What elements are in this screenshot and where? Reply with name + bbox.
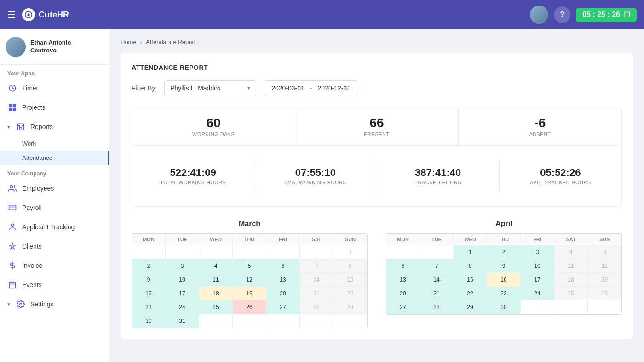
sidebar-item-events[interactable]: Events xyxy=(0,275,109,294)
calendar-cell: 6 xyxy=(386,259,420,273)
calendar-cell: 17 xyxy=(521,273,554,287)
calendar-cell xyxy=(420,245,454,259)
report-title: ATTENDANCE REPORT xyxy=(132,64,622,71)
date-separator: - xyxy=(310,85,312,92)
filter-row: Filter By: Phyllis L. Maddox ▾ 2020-03-0… xyxy=(132,80,622,96)
sidebar-item-payroll[interactable]: Payroll xyxy=(0,198,109,217)
logo-icon xyxy=(22,8,35,21)
sidebar-label-employees: Employees xyxy=(22,185,54,192)
app-header: ☰ CuteHR ? 05 : 25 : 26 ☐ xyxy=(0,0,644,29)
calendar-cell: 3 xyxy=(166,259,199,273)
calendar-day-header: MON xyxy=(386,234,420,245)
calendar-cell: 14 xyxy=(420,273,454,287)
calendar-cell: 20 xyxy=(266,287,300,300)
sidebar-item-invoice[interactable]: Invoice xyxy=(0,256,109,275)
help-button[interactable]: ? xyxy=(554,6,570,23)
sidebar-sub-label-work: Work xyxy=(22,140,36,147)
sidebar-label-projects: Projects xyxy=(22,104,46,111)
calendar-cell: 13 xyxy=(386,273,420,287)
sidebar-user: Ethan Antonio Centrovo xyxy=(0,29,109,65)
calendar-cell: 27 xyxy=(266,300,300,314)
calendar-cell: 5 xyxy=(233,259,266,273)
calendar-cell: 24 xyxy=(521,287,554,300)
calendar-cell xyxy=(334,314,367,328)
calendar-cell: 25 xyxy=(199,300,233,314)
sidebar-sub-attendance[interactable]: Attendance xyxy=(0,151,109,165)
svg-point-1 xyxy=(27,13,29,16)
calendar-cell: 20 xyxy=(386,287,420,300)
sidebar-item-timer[interactable]: Timer xyxy=(0,79,109,98)
chevron-settings-icon: ▾ xyxy=(7,301,10,307)
sidebar-item-projects[interactable]: Projects xyxy=(0,98,109,117)
calendar-cell xyxy=(266,314,300,328)
filter-select[interactable]: Phyllis L. Maddox ▾ xyxy=(164,80,256,96)
calendar-cell xyxy=(233,245,266,259)
calendar-cell: 25 xyxy=(554,287,588,300)
calendar-cell: 29 xyxy=(454,300,487,314)
svg-point-17 xyxy=(20,303,22,305)
logo: CuteHR xyxy=(22,8,69,21)
stats-container: 60 WORKING DAYS 66 PRESENT -6 ABSENT 522… xyxy=(132,107,622,207)
sidebar-label-clients: Clients xyxy=(22,243,42,250)
working-days-label: WORKING DAYS xyxy=(139,131,288,137)
calendar-cell: 15 xyxy=(334,273,367,287)
calendar-day-header: WED xyxy=(454,234,487,245)
calendar-cell: 10 xyxy=(521,259,554,273)
calendar-grid-march: MONTUEWEDTHUFRISATSUN1234567891011121314… xyxy=(132,233,368,328)
calendar-day-header: SUN xyxy=(588,234,621,245)
calendar-day-header: TUE xyxy=(166,234,199,245)
sidebar-item-reports[interactable]: ▾ Reports xyxy=(0,117,109,136)
stat-absent: -6 ABSENT xyxy=(459,107,621,145)
sidebar-item-ats[interactable]: Applicant Tracking xyxy=(0,217,109,237)
calendar-cell: 24 xyxy=(166,300,199,314)
calendar-day-header: FRI xyxy=(521,234,554,245)
calendar-day-header: SAT xyxy=(300,234,334,245)
header-left: ☰ CuteHR xyxy=(7,8,69,21)
absent-label: ABSENT xyxy=(466,131,614,137)
calendar-cell: 21 xyxy=(420,287,454,300)
calendar-day-header: SUN xyxy=(334,234,367,245)
total-hours-label: TOTAL WORKING HOURS xyxy=(139,180,247,185)
calendar-cell xyxy=(386,245,420,259)
sidebar-label-events: Events xyxy=(22,281,42,288)
svg-point-11 xyxy=(11,224,14,226)
header-avatar[interactable] xyxy=(530,6,548,24)
filter-value: Phyllis L. Maddox xyxy=(170,85,221,92)
date-range-picker[interactable]: 2020-03-01 - 2020-12-31 xyxy=(264,80,358,96)
present-value: 66 xyxy=(303,116,451,130)
avg-hours-value: 07:55:10 xyxy=(262,167,369,179)
calendar-day-header: SAT xyxy=(554,234,588,245)
calendar-cell: 6 xyxy=(266,259,300,273)
working-days-value: 60 xyxy=(139,116,288,130)
client-icon xyxy=(7,241,17,251)
sidebar-item-clients[interactable]: Clients xyxy=(0,237,109,256)
calendar-cell: 16 xyxy=(487,273,521,287)
dollar-icon xyxy=(7,260,17,271)
chevron-down-icon: ▾ xyxy=(7,124,10,130)
sidebar-item-employees[interactable]: Employees xyxy=(0,179,109,198)
sidebar-label-reports: Reports xyxy=(30,123,53,130)
calendar-cell: 2 xyxy=(132,259,166,273)
sidebar-label-invoice: Invoice xyxy=(22,262,42,269)
grid-icon xyxy=(7,102,17,113)
breadcrumb-home[interactable]: Home xyxy=(121,39,137,45)
stat-avg-hours: 07:55:10 AVG. WORKING HOURS xyxy=(254,158,377,193)
calendar-cell: 18 xyxy=(554,273,588,287)
calendar-cell: 3 xyxy=(521,245,554,259)
your-apps-label: Your Apps xyxy=(0,65,109,79)
calendar-cell: 1 xyxy=(334,245,367,259)
calendar-day-header: TUE xyxy=(420,234,454,245)
calendar-cell: 23 xyxy=(487,287,521,300)
tracked-value: 387:41:40 xyxy=(385,167,492,179)
sidebar-sub-work[interactable]: Work xyxy=(0,136,109,151)
calendar-cell: 19 xyxy=(233,287,266,300)
stat-present: 66 PRESENT xyxy=(295,107,459,145)
timer-badge[interactable]: 05 : 25 : 26 ☐ xyxy=(576,8,637,22)
calendar-cell xyxy=(199,245,233,259)
menu-icon[interactable]: ☰ xyxy=(7,9,16,20)
sidebar-item-settings[interactable]: ▾ Settings xyxy=(0,294,109,314)
settings-icon xyxy=(16,299,26,309)
calendar-cell: 22 xyxy=(334,287,367,300)
filter-label: Filter By: xyxy=(132,85,157,92)
avatar-image xyxy=(530,6,548,24)
